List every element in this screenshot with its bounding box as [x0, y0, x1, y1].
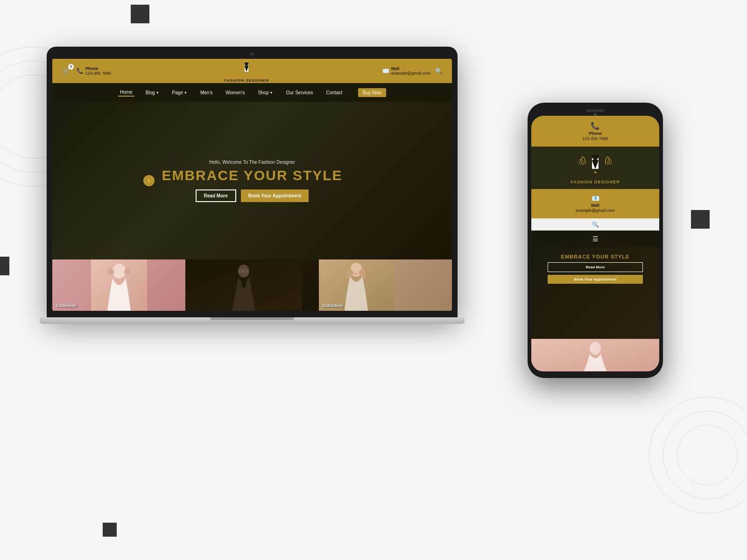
- phone-notch: [577, 109, 614, 114]
- phone-mail-email: example@gmail.com: [536, 208, 655, 213]
- decorative-circle: [649, 397, 747, 513]
- site-nav: Home Blog▼ Page▼ Men's Women's Shop▼ Our…: [52, 83, 452, 102]
- nav-shop[interactable]: Shop▼: [256, 89, 275, 96]
- decorative-circle: [663, 411, 747, 499]
- collection-label-3: Collection: [323, 303, 343, 308]
- hero-subtitle: Hello, Welcome To The Fashion Designer: [209, 160, 295, 165]
- laptop-base: [40, 317, 465, 324]
- phone-phone-icon: 📞: [536, 121, 655, 130]
- phone-preview-image: [531, 339, 659, 371]
- phone-read-more-button[interactable]: Read More: [548, 262, 642, 272]
- decorative-square: [131, 5, 149, 23]
- phone-icon: 📞: [77, 68, 84, 74]
- decorative-square: [691, 210, 710, 229]
- nav-home[interactable]: Home: [118, 89, 134, 97]
- cart-icon[interactable]: 🛒 0: [62, 67, 71, 76]
- laptop-mockup: 🛒 0 📞 Phone 123 456 7890: [47, 47, 465, 324]
- brand-name: FASHION DESIGNER: [225, 78, 269, 83]
- collections-section: Collection: [52, 259, 452, 311]
- hero-buttons: Read More Book Your Appointment: [196, 189, 309, 202]
- phone-number: 123 456 7890: [85, 71, 111, 76]
- logo-icon: [235, 60, 258, 77]
- nav-services[interactable]: Our Services: [284, 89, 315, 96]
- svg-point-17: [590, 342, 600, 355]
- laptop-notch: [210, 317, 294, 320]
- collection-item-3: Collection: [319, 259, 452, 311]
- website-desktop: 🛒 0 📞 Phone 123 456 7890: [52, 59, 452, 311]
- search-icon[interactable]: 🔍: [435, 68, 443, 75]
- nav-contact[interactable]: Contact: [324, 89, 344, 96]
- phone-phone-label: Phone: [536, 131, 655, 136]
- phone-logo-area: FASHION DESIGNER: [531, 147, 659, 189]
- hero-title: EMBRACE YOUR STYLE: [162, 168, 342, 183]
- phone-mail-section: 📧 Mail example@gmail.com: [531, 189, 659, 218]
- phone-logo-icon: [577, 151, 614, 177]
- decorative-circle: [677, 425, 738, 485]
- phone-body: 📞 Phone 123 456 7890 FASHION DESIGNER: [528, 103, 663, 378]
- mail-icon: ✉️: [382, 68, 389, 74]
- phone-topbar: 📞 Phone 123 456 7890: [531, 116, 659, 147]
- read-more-button[interactable]: Read More: [196, 189, 236, 202]
- hero-section: ‹ Hello, Welcome To The Fashion Designer…: [52, 102, 452, 259]
- hamburger-icon: ☰: [592, 235, 599, 243]
- phone-phone-number: 123 456 7890: [536, 136, 655, 141]
- phone-search-bar[interactable]: 🔍: [531, 218, 659, 231]
- collection-item-2: [185, 259, 318, 311]
- laptop-body: 🛒 0 📞 Phone 123 456 7890: [47, 47, 458, 317]
- collection-image-man: [185, 259, 318, 311]
- phone-hero-section: EMBRACE YOUR STYLE Read More Book Your A…: [531, 247, 659, 339]
- phone-hero-title: EMBRACE YOUR STYLE: [536, 254, 655, 259]
- slide-prev-arrow[interactable]: ‹: [143, 175, 155, 186]
- mail-label: Mail: [391, 66, 430, 71]
- decorative-square: [103, 523, 117, 537]
- svg-marker-3: [245, 73, 248, 75]
- cart-count: 0: [68, 64, 74, 70]
- phone-label: Phone: [85, 66, 111, 71]
- phone-brand-name: FASHION DESIGNER: [536, 180, 655, 184]
- svg-marker-15: [593, 171, 597, 174]
- nav-page[interactable]: Page▼: [170, 89, 189, 96]
- phone-mail-label: Mail: [536, 203, 655, 208]
- phone-screen: 📞 Phone 123 456 7890 FASHION DESIGNER: [531, 116, 659, 371]
- mail-email: example@gmail.com: [391, 71, 430, 76]
- lady-image-svg: [91, 259, 147, 311]
- phone-mail-icon: 📧: [536, 195, 655, 202]
- site-logo: FASHION DESIGNER: [225, 60, 269, 83]
- svg-point-7: [238, 265, 249, 278]
- phone-search-icon: 🔍: [592, 221, 599, 228]
- book-appointment-button[interactable]: Book Your Appointment: [241, 189, 309, 202]
- phone-mockup: 📞 Phone 123 456 7890 FASHION DESIGNER: [528, 103, 663, 378]
- man-image-svg: [185, 259, 302, 311]
- nav-blog[interactable]: Blog▼: [144, 89, 161, 96]
- phone-preview-svg: [531, 339, 659, 371]
- nav-buy-button[interactable]: Buy Now: [358, 88, 386, 97]
- svg-point-5: [113, 264, 126, 279]
- site-topbar: 🛒 0 📞 Phone 123 456 7890: [52, 59, 452, 83]
- laptop-camera: [250, 52, 254, 56]
- nav-womens[interactable]: Women's: [224, 89, 247, 96]
- nav-mens[interactable]: Men's: [198, 89, 214, 96]
- collection-item-1: Collection: [52, 259, 185, 311]
- collection-label-1: Collection: [56, 303, 77, 308]
- decorative-square: [0, 257, 9, 275]
- phone-hamburger-menu[interactable]: ☰: [531, 231, 659, 247]
- phone-appointment-button[interactable]: Book Your Appointment: [548, 275, 642, 284]
- laptop-screen: 🛒 0 📞 Phone 123 456 7890: [52, 59, 452, 311]
